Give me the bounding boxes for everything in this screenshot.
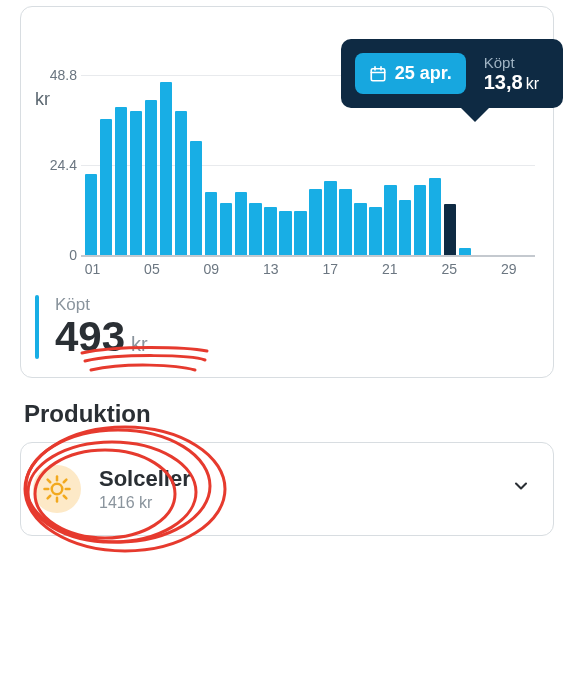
chart-bar[interactable] <box>444 204 456 255</box>
chart-bar[interactable] <box>339 189 351 255</box>
svg-line-10 <box>64 496 67 499</box>
tooltip-value: Köpt 13,8kr <box>484 54 539 94</box>
chart-bar[interactable] <box>384 185 396 255</box>
svg-rect-0 <box>371 68 385 80</box>
chart-bar[interactable] <box>429 178 441 255</box>
y-tick: 48.8 <box>35 67 77 83</box>
total-label: Köpt <box>55 295 148 315</box>
x-tick: 25 <box>441 261 457 277</box>
total-unit: kr <box>131 333 148 355</box>
chart-bar[interactable] <box>130 111 142 255</box>
chart-bar[interactable] <box>220 203 232 255</box>
production-card-subtitle: 1416 kr <box>99 494 191 512</box>
svg-line-11 <box>48 496 51 499</box>
x-ticks: 0105091317212529 <box>85 259 531 277</box>
x-tick: 13 <box>263 261 279 277</box>
tooltip-date-text: 25 apr. <box>395 63 452 84</box>
y-tick: 0 <box>35 247 77 263</box>
production-solceller-card[interactable]: Solceller 1416 kr <box>20 442 554 536</box>
chart-bar[interactable] <box>519 254 531 255</box>
x-tick: 21 <box>382 261 398 277</box>
chart-bar[interactable] <box>399 200 411 255</box>
total-row: Köpt 493kr <box>35 295 539 359</box>
x-tick: 05 <box>144 261 160 277</box>
svg-line-12 <box>64 480 67 483</box>
tooltip-value-number: 13,8 <box>484 71 523 93</box>
chart-bar[interactable] <box>279 211 291 255</box>
chart-bar[interactable] <box>190 141 202 255</box>
chart-bar[interactable] <box>264 207 276 255</box>
chart-bar[interactable] <box>354 203 366 255</box>
total-value: 493 <box>55 313 125 360</box>
chart-bar[interactable] <box>85 174 97 255</box>
chart-bar[interactable] <box>100 119 112 255</box>
y-tick: 24.4 <box>35 157 77 173</box>
section-title-produktion: Produktion <box>24 400 550 428</box>
svg-line-9 <box>48 480 51 483</box>
chart-bar[interactable] <box>235 192 247 255</box>
chart-bar[interactable] <box>249 203 261 255</box>
tooltip-label: Köpt <box>484 54 539 71</box>
x-tick: 17 <box>323 261 339 277</box>
x-tick: 01 <box>85 261 101 277</box>
chevron-down-icon[interactable] <box>511 476 531 502</box>
chart-bar[interactable] <box>474 254 486 255</box>
tooltip-value-unit: kr <box>526 75 539 92</box>
chart-bar[interactable] <box>504 254 516 255</box>
chart-bar[interactable] <box>205 192 217 255</box>
chart-bar[interactable] <box>175 111 187 255</box>
chart-bar[interactable] <box>489 254 501 255</box>
tooltip-date-badge: 25 apr. <box>355 53 466 94</box>
chart-bar[interactable] <box>160 82 172 255</box>
calendar-icon <box>369 65 387 83</box>
chart-bar[interactable] <box>309 189 321 255</box>
chart-tooltip: 25 apr. Köpt 13,8kr <box>341 39 563 108</box>
svg-point-4 <box>52 484 63 495</box>
chart-bar[interactable] <box>414 185 426 255</box>
chart-bar[interactable] <box>459 248 471 255</box>
production-card-title: Solceller <box>99 466 191 492</box>
chart-bar[interactable] <box>369 207 381 255</box>
chart-bar[interactable] <box>115 107 127 255</box>
x-tick: 29 <box>501 261 517 277</box>
x-tick: 09 <box>204 261 220 277</box>
cost-chart-card: kr 25 apr. Köpt 13,8kr 48.8 24.4 <box>20 6 554 378</box>
chart-bar[interactable] <box>145 100 157 255</box>
chart-bar[interactable] <box>294 211 306 255</box>
total-accent-bar <box>35 295 39 359</box>
sun-icon <box>33 465 81 513</box>
chart-bar[interactable] <box>324 181 336 255</box>
